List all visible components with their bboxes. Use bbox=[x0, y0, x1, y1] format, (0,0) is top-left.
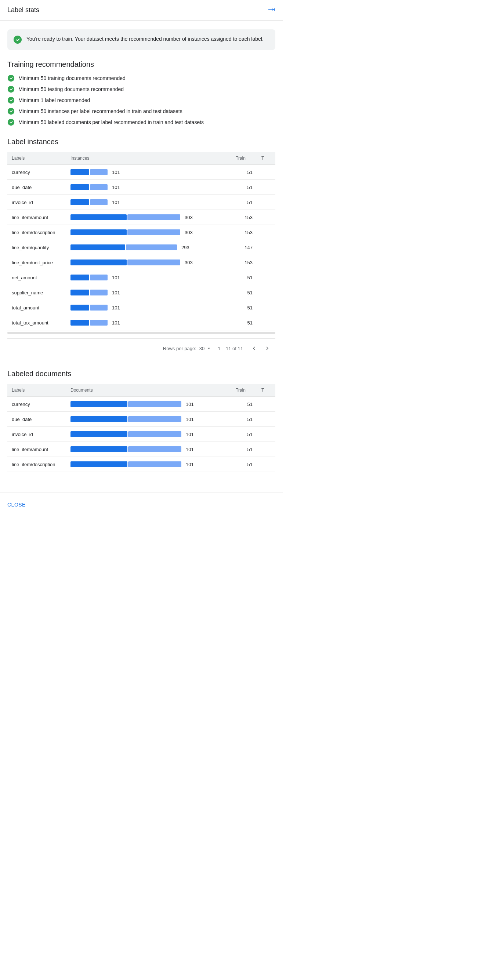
train-count-cell: 51 bbox=[231, 165, 257, 180]
documents-bar-cell: 101 bbox=[66, 427, 231, 442]
success-check-icon bbox=[13, 35, 22, 44]
panel-title: Label stats bbox=[7, 6, 39, 14]
test-count-cell bbox=[257, 255, 276, 270]
train-count-cell: 51 bbox=[231, 270, 257, 285]
label-cell: total_amount bbox=[7, 300, 66, 315]
label-cell: line_item/description bbox=[7, 457, 66, 472]
horizontal-scrollbar[interactable] bbox=[7, 332, 276, 334]
instances-bar-cell: 293 bbox=[66, 240, 231, 255]
col-header-documents: Documents bbox=[66, 384, 231, 397]
labeled-documents-title: Labeled documents bbox=[7, 370, 276, 378]
recommendations-list: Minimum 50 training documents recommende… bbox=[7, 75, 276, 126]
label-cell: due_date bbox=[7, 180, 66, 195]
svg-point-2 bbox=[8, 86, 14, 92]
instances-count: 101 bbox=[112, 290, 120, 296]
documents-bar-cell: 101 bbox=[66, 412, 231, 427]
instances-count: 101 bbox=[112, 320, 120, 326]
instances-bar-cell: 303 bbox=[66, 225, 231, 240]
train-count-cell: 51 bbox=[231, 300, 257, 315]
test-count-cell bbox=[257, 225, 276, 240]
training-recommendations-title: Training recommendations bbox=[7, 60, 276, 68]
svg-point-0 bbox=[14, 36, 22, 44]
col-header-labels-docs: Labels bbox=[7, 384, 66, 397]
table-row: line_item/amount 303 153 bbox=[7, 210, 276, 225]
table-row: due_date 101 51 bbox=[7, 180, 276, 195]
instances-bar-cell: 101 bbox=[66, 270, 231, 285]
instances-count: 303 bbox=[185, 215, 193, 220]
previous-page-button[interactable] bbox=[249, 343, 259, 353]
instances-count: 303 bbox=[185, 260, 193, 266]
training-recommendations-section: Training recommendations Minimum 50 trai… bbox=[7, 60, 276, 126]
col-header-labels: Labels bbox=[7, 152, 66, 165]
col-header-test-docs: T bbox=[257, 384, 276, 397]
check-circle-icon bbox=[7, 119, 15, 126]
recommendation-text: Minimum 50 training documents recommende… bbox=[18, 75, 126, 81]
rows-per-page-select[interactable]: 30 bbox=[199, 345, 212, 351]
train-count-cell: 153 bbox=[231, 255, 257, 270]
train-count-cell: 147 bbox=[231, 240, 257, 255]
train-count-cell: 153 bbox=[231, 225, 257, 240]
test-count-cell bbox=[257, 427, 276, 442]
label-cell: currency bbox=[7, 165, 66, 180]
label-instances-table: Labels Instances Train T currency 101 bbox=[7, 152, 276, 330]
instances-count: 101 bbox=[112, 275, 120, 280]
instances-bar-cell: 303 bbox=[66, 255, 231, 270]
test-count-cell bbox=[257, 240, 276, 255]
train-count-cell: 51 bbox=[231, 195, 257, 210]
table-row: total_amount 101 51 bbox=[7, 300, 276, 315]
docs-count: 101 bbox=[186, 401, 194, 407]
panel-footer: CLOSE bbox=[0, 493, 283, 516]
check-circle-icon bbox=[7, 75, 15, 82]
test-count-cell bbox=[257, 442, 276, 457]
train-count-cell: 51 bbox=[231, 315, 257, 330]
label-cell: invoice_id bbox=[7, 195, 66, 210]
pagination-arrows bbox=[249, 343, 272, 353]
panel-content: You're ready to train. Your dataset meet… bbox=[0, 21, 283, 493]
label-cell: invoice_id bbox=[7, 427, 66, 442]
labeled-documents-section: Labeled documents Labels Documents Train… bbox=[7, 370, 276, 472]
train-count-cell: 51 bbox=[231, 412, 257, 427]
col-header-train-docs: Train bbox=[231, 384, 257, 397]
svg-point-3 bbox=[8, 97, 14, 103]
table-row: currency 101 51 bbox=[7, 165, 276, 180]
recommendation-text: Minimum 50 testing documents recommended bbox=[18, 86, 124, 92]
instances-bar-cell: 101 bbox=[66, 165, 231, 180]
collapse-panel-icon[interactable]: ⭲ bbox=[268, 6, 276, 14]
test-count-cell bbox=[257, 165, 276, 180]
instances-bar-cell: 101 bbox=[66, 180, 231, 195]
close-button[interactable]: CLOSE bbox=[7, 499, 26, 511]
label-instances-section: Label instances Labels Instances Train T… bbox=[7, 138, 276, 358]
label-instances-title: Label instances bbox=[7, 138, 276, 146]
train-count-cell: 51 bbox=[231, 285, 257, 300]
label-cell: line_item/description bbox=[7, 225, 66, 240]
docs-count: 101 bbox=[186, 417, 194, 422]
next-page-button[interactable] bbox=[262, 343, 272, 353]
dropdown-icon bbox=[206, 345, 212, 351]
table-row: line_item/unit_price 303 153 bbox=[7, 255, 276, 270]
table-row: total_tax_amount 101 51 bbox=[7, 315, 276, 330]
label-cell: due_date bbox=[7, 412, 66, 427]
svg-point-5 bbox=[8, 119, 14, 126]
svg-point-1 bbox=[8, 75, 14, 81]
table-row: line_item/amount 101 51 bbox=[7, 442, 276, 457]
pagination-range: 1 – 11 of 11 bbox=[218, 346, 243, 351]
col-header-test: T bbox=[257, 152, 276, 165]
alert-message: You're ready to train. Your dataset meet… bbox=[26, 35, 264, 43]
panel-header: Label stats ⭲ bbox=[0, 0, 283, 21]
train-count-cell: 51 bbox=[231, 442, 257, 457]
table-row: line_item/description 101 51 bbox=[7, 457, 276, 472]
documents-bar-cell: 101 bbox=[66, 457, 231, 472]
recommendation-item: Minimum 50 training documents recommende… bbox=[7, 75, 276, 82]
instances-count: 101 bbox=[112, 185, 120, 190]
train-count-cell: 51 bbox=[231, 427, 257, 442]
recommendation-text: Minimum 50 instances per label recommend… bbox=[18, 108, 182, 114]
documents-bar-cell: 101 bbox=[66, 442, 231, 457]
instances-count: 101 bbox=[112, 305, 120, 310]
instances-count: 101 bbox=[112, 170, 120, 175]
label-cell: currency bbox=[7, 397, 66, 412]
label-cell: line_item/unit_price bbox=[7, 255, 66, 270]
docs-count: 101 bbox=[186, 462, 194, 467]
table-row: supplier_name 101 51 bbox=[7, 285, 276, 300]
test-count-cell bbox=[257, 315, 276, 330]
instances-count: 293 bbox=[182, 245, 190, 250]
